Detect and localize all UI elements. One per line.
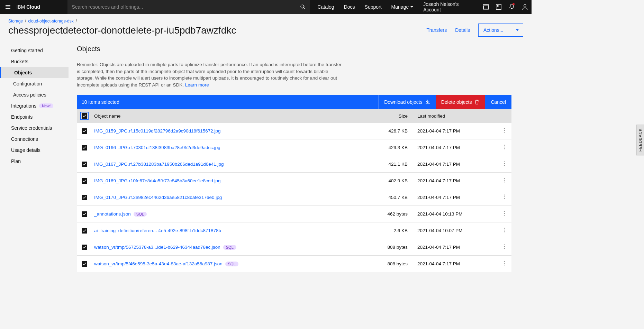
nav-manage[interactable]: Manage bbox=[387, 4, 419, 10]
row-overflow-menu[interactable] bbox=[502, 245, 507, 250]
details-link[interactable]: Details bbox=[455, 27, 470, 33]
row-overflow-menu[interactable] bbox=[502, 195, 507, 200]
col-header-size[interactable]: Size bbox=[366, 113, 408, 119]
row-overflow-menu[interactable] bbox=[502, 228, 507, 234]
object-size: 462 bytes bbox=[366, 211, 408, 217]
brand-bold: Cloud bbox=[26, 4, 40, 10]
table-row: IMG_0169_JPG.rf.0fe67e8d4a5fb73c845b3a60… bbox=[77, 173, 511, 189]
object-name-link[interactable]: IMG_0167_JPG.rf.27b381283ba71950b266ded1… bbox=[94, 162, 224, 167]
notifications-icon[interactable] bbox=[505, 0, 518, 14]
main: Getting started Buckets Objects Configur… bbox=[0, 39, 532, 286]
table-body: IMG_0159_JPG.rf.15c0119df282796d2a9c90d1… bbox=[77, 123, 511, 272]
row-checkbox[interactable] bbox=[82, 178, 87, 184]
sidebar-item-endpoints[interactable]: Endpoints bbox=[0, 111, 69, 122]
object-size: 421.1 KB bbox=[366, 162, 408, 167]
account-switcher[interactable]: Joseph Nelson's Account bbox=[418, 1, 479, 12]
row-overflow-menu[interactable] bbox=[502, 145, 507, 150]
sidebar-item-label: Integrations bbox=[11, 103, 36, 109]
page-actions: Transfers Details Actions... bbox=[427, 24, 523, 37]
sidebar-item-buckets[interactable]: Buckets bbox=[0, 56, 69, 67]
object-name-link[interactable]: ai_training_definition/referen... 4e5-49… bbox=[94, 228, 221, 233]
select-all-checkbox[interactable] bbox=[82, 113, 87, 119]
breadcrumb-instance[interactable]: cloud-object-storage-dsx bbox=[28, 19, 73, 24]
sidebar-item-integrations[interactable]: Integrations New! bbox=[0, 100, 69, 111]
learn-more-link[interactable]: Learn more bbox=[185, 82, 209, 88]
delete-objects-button[interactable]: Delete objects bbox=[436, 95, 485, 109]
selection-count: 10 items selected bbox=[77, 95, 378, 109]
cost-estimator-icon[interactable] bbox=[492, 0, 506, 14]
page-header: Storage / cloud-object-storage-dsx / che… bbox=[0, 14, 532, 39]
object-size: 402.9 KB bbox=[366, 178, 408, 183]
sidebar-item-plan[interactable]: Plan bbox=[0, 156, 69, 167]
row-checkbox[interactable] bbox=[82, 128, 87, 134]
row-checkbox[interactable] bbox=[82, 145, 87, 150]
sidebar-item-objects[interactable]: Objects bbox=[0, 67, 69, 78]
sidebar-item-connections[interactable]: Connections bbox=[0, 134, 69, 145]
row-overflow-menu[interactable] bbox=[502, 162, 507, 167]
page-title: chessprojectdetector-donotdelete-pr-iu5p… bbox=[8, 25, 236, 36]
sidebar-item-usage-details[interactable]: Usage details bbox=[0, 145, 69, 156]
sql-badge: SQL bbox=[223, 245, 236, 250]
table-row: IMG_0170_JPG.rf.2e982ec4462d36ae5821c8ba… bbox=[77, 189, 511, 206]
cancel-label: Cancel bbox=[491, 99, 506, 105]
new-badge: New! bbox=[39, 103, 53, 108]
nav-manage-label: Manage bbox=[391, 4, 409, 10]
object-name-link[interactable]: watson_vr/tmp/5f46e595-3e5a-43e4-83ae-af… bbox=[94, 261, 223, 266]
row-checkbox[interactable] bbox=[82, 245, 87, 250]
brand-thin: IBM bbox=[16, 4, 26, 10]
row-overflow-menu[interactable] bbox=[502, 129, 507, 134]
profile-icon[interactable] bbox=[518, 0, 532, 14]
row-checkbox[interactable] bbox=[82, 162, 87, 167]
sidebar-item-configuration[interactable]: Configuration bbox=[0, 78, 69, 89]
object-modified: 2021-04-04 7:17 PM bbox=[408, 128, 491, 134]
row-overflow-menu[interactable] bbox=[502, 179, 507, 184]
search-icon bbox=[300, 4, 306, 10]
sql-badge: SQL bbox=[225, 262, 238, 266]
object-name-link[interactable]: _annotations.json bbox=[94, 211, 131, 217]
table-row: _annotations.jsonSQL462 bytes2021-04-04 … bbox=[77, 206, 511, 222]
table-row: ai_training_definition/referen... 4e5-49… bbox=[77, 222, 511, 239]
object-modified: 2021-04-04 7:17 PM bbox=[408, 145, 491, 150]
row-checkbox[interactable] bbox=[82, 228, 87, 234]
nav-support[interactable]: Support bbox=[360, 4, 387, 10]
actions-dropdown[interactable]: Actions... bbox=[478, 24, 523, 37]
download-objects-button[interactable]: Download objects bbox=[378, 95, 436, 109]
breadcrumb-storage[interactable]: Storage bbox=[8, 19, 23, 24]
object-name-link[interactable]: IMG_0170_JPG.rf.2e982ec4462d36ae5821c8ba… bbox=[94, 195, 222, 200]
row-overflow-menu[interactable] bbox=[502, 262, 507, 267]
reminder-body: Reminder: Objects are uploaded in multip… bbox=[77, 62, 342, 88]
row-overflow-menu[interactable] bbox=[502, 212, 507, 217]
object-name-link[interactable]: watson_vr/tmp/56725378-a3...lde1-b629-46… bbox=[94, 245, 220, 250]
object-name-link[interactable]: IMG_0166_JPG.rf.70301cf138f3983ba28e952d… bbox=[94, 145, 220, 150]
selection-bar: 10 items selected Download objects Delet… bbox=[77, 95, 511, 109]
hamburger-menu-icon[interactable] bbox=[0, 0, 16, 14]
row-checkbox[interactable] bbox=[82, 195, 87, 200]
object-modified: 2021-04-04 10:07 PM bbox=[408, 228, 491, 233]
object-size: 2.6 KB bbox=[366, 228, 408, 233]
web-terminal-icon[interactable] bbox=[479, 0, 492, 14]
nav-catalog[interactable]: Catalog bbox=[312, 4, 339, 10]
breadcrumb: Storage / cloud-object-storage-dsx / bbox=[8, 19, 236, 24]
object-size: 808 bytes bbox=[366, 245, 408, 250]
sidebar-item-getting-started[interactable]: Getting started bbox=[0, 45, 69, 56]
col-header-name[interactable]: Object name bbox=[94, 113, 366, 119]
global-search[interactable] bbox=[67, 0, 310, 14]
brand[interactable]: IBM Cloud bbox=[16, 4, 67, 10]
section-title: Objects bbox=[77, 45, 511, 53]
transfers-link[interactable]: Transfers bbox=[427, 27, 447, 33]
cancel-selection-button[interactable]: Cancel bbox=[485, 95, 511, 109]
col-header-modified[interactable]: Last modified bbox=[408, 113, 491, 119]
sidebar-item-access-policies[interactable]: Access policies bbox=[0, 89, 69, 100]
object-name-link[interactable]: IMG_0169_JPG.rf.0fe67e8d4a5fb73c845b3a60… bbox=[94, 178, 221, 183]
sidebar-item-service-credentials[interactable]: Service credentials bbox=[0, 122, 69, 134]
row-checkbox[interactable] bbox=[82, 261, 87, 267]
table-row: watson_vr/tmp/56725378-a3...lde1-b629-46… bbox=[77, 239, 511, 256]
row-checkbox[interactable] bbox=[82, 211, 87, 217]
table-row: watson_vr/tmp/5f46e595-3e5a-43e4-83ae-af… bbox=[77, 256, 511, 272]
object-name-link[interactable]: IMG_0159_JPG.rf.15c0119df282796d2a9c90d1… bbox=[94, 128, 221, 134]
object-size: 808 bytes bbox=[366, 261, 408, 266]
nav-docs[interactable]: Docs bbox=[339, 4, 360, 10]
object-modified: 2021-04-04 7:17 PM bbox=[408, 195, 491, 200]
reminder-text: Reminder: Objects are uploaded in multip… bbox=[77, 61, 343, 88]
search-input[interactable] bbox=[72, 4, 300, 10]
